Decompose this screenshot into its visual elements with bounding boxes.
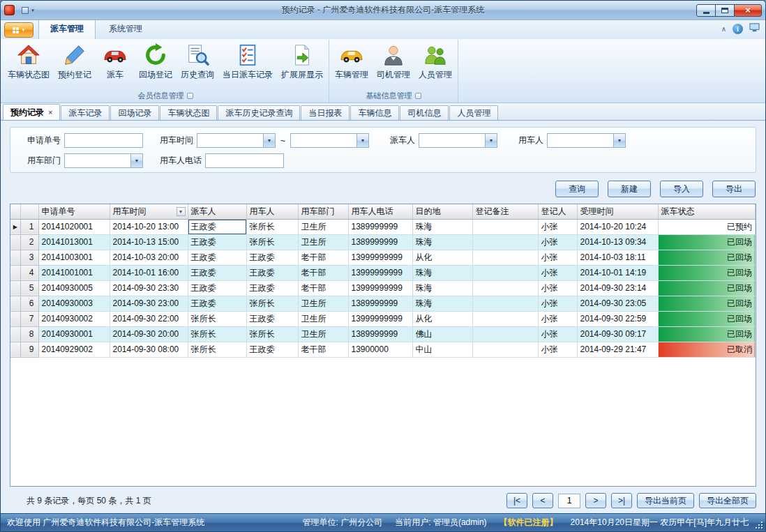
cell-dispatch-status[interactable]: 已回场: [658, 265, 756, 280]
cell-accept-time[interactable]: 2014-09-30 09:17: [577, 326, 658, 342]
cell-dept[interactable]: 老干部: [298, 280, 348, 296]
cell-dispatcher[interactable]: 王政委: [188, 250, 246, 265]
cell-remark[interactable]: [472, 219, 538, 234]
return-register-button[interactable]: 回场登记: [135, 41, 177, 91]
new-button[interactable]: 新建: [608, 181, 651, 197]
cell-use-time[interactable]: 2014-10-03 20:00: [110, 250, 188, 265]
header-car-user[interactable]: 用车人: [246, 204, 298, 219]
cell-accept-time[interactable]: 2014-10-20 10:24: [577, 219, 658, 234]
cell-apply-no[interactable]: 20141001001: [38, 265, 110, 280]
cell-dept[interactable]: 卫生所: [298, 219, 348, 234]
today-dispatch-record-button[interactable]: 当日派车记录: [218, 41, 277, 91]
cell-dept[interactable]: 老干部: [298, 342, 348, 357]
doc-tab-dispatch-records[interactable]: 派车记录: [61, 105, 110, 120]
cell-destination[interactable]: 珠海: [412, 296, 472, 311]
cell-apply-no[interactable]: 20140930001: [38, 326, 110, 342]
row-indicator[interactable]: [10, 250, 20, 265]
cell-phone[interactable]: 13999999999: [348, 311, 412, 326]
cell-destination[interactable]: 佛山: [412, 326, 472, 342]
cell-car-user[interactable]: 张所长: [246, 219, 298, 234]
header-apply-no[interactable]: 申请单号: [38, 204, 110, 219]
cell-dispatch-status[interactable]: 已回场: [658, 296, 756, 311]
ribbon-tab-system-management[interactable]: 系统管理: [98, 20, 153, 39]
cell-accept-time[interactable]: 2014-09-29 21:47: [577, 342, 658, 357]
cell-remark[interactable]: [472, 326, 538, 342]
row-number[interactable]: 8: [20, 326, 38, 342]
table-row[interactable]: 2201410130012014-10-13 15:00王政委张所长卫生所138…: [10, 234, 756, 250]
cell-dept[interactable]: 卫生所: [298, 234, 348, 250]
row-number[interactable]: 5: [20, 280, 38, 296]
cell-car-user[interactable]: 王政委: [246, 280, 298, 296]
doc-tab-personnel-management[interactable]: 人员管理: [449, 105, 498, 120]
cell-dispatcher[interactable]: 王政委: [188, 234, 246, 250]
car-user-combo[interactable]: ▼: [547, 133, 626, 148]
cell-dispatch-status[interactable]: 已取消: [658, 342, 756, 357]
chevron-down-icon[interactable]: ▼: [485, 134, 497, 147]
cell-dept[interactable]: 卫生所: [298, 311, 348, 326]
row-number[interactable]: 9: [20, 342, 38, 357]
dispatcher-combo[interactable]: ▼: [419, 133, 497, 148]
page-number-input[interactable]: [558, 494, 580, 508]
vehicle-status-chart-button[interactable]: 车辆状态图: [3, 41, 54, 91]
header-destination[interactable]: 目的地: [412, 204, 472, 219]
cell-registrar[interactable]: 小张: [538, 250, 577, 265]
help-info-button[interactable]: i: [733, 24, 743, 34]
cell-use-time[interactable]: 2014-09-30 23:00: [110, 296, 188, 311]
cell-use-time[interactable]: 2014-10-13 15:00: [110, 234, 188, 250]
cell-accept-time[interactable]: 2014-09-30 22:59: [577, 311, 658, 326]
phone-input[interactable]: [205, 153, 284, 168]
cell-dispatcher[interactable]: 王政委: [188, 296, 246, 311]
cell-car-user[interactable]: 王政委: [246, 250, 298, 265]
cell-phone[interactable]: 1389999999: [348, 296, 412, 311]
cell-dept[interactable]: 老干部: [298, 250, 348, 265]
export-current-page-button[interactable]: 导出当前页: [637, 493, 694, 508]
dept-combo[interactable]: ▼: [64, 153, 143, 168]
header-phone[interactable]: 用车人电话: [348, 204, 412, 219]
cell-dispatch-status[interactable]: 已回场: [658, 234, 756, 250]
table-row[interactable]: 9201409290022014-09-30 08:00张所长王政委老干部139…: [10, 342, 756, 357]
cell-phone[interactable]: 1389999999: [348, 326, 412, 342]
header-dispatcher[interactable]: 派车人: [188, 204, 246, 219]
row-number[interactable]: 4: [20, 265, 38, 280]
table-row[interactable]: 4201410010012014-10-01 16:00王政委王政委老干部139…: [10, 265, 756, 280]
header-dept[interactable]: 用车部门: [298, 204, 348, 219]
application-menu-button[interactable]: ▼: [4, 22, 33, 38]
cell-dept[interactable]: 卫生所: [298, 296, 348, 311]
cell-apply-no[interactable]: 20140930003: [38, 296, 110, 311]
cell-phone[interactable]: 13999999999: [348, 280, 412, 296]
dialog-launcher-icon[interactable]: [415, 93, 421, 99]
cell-apply-no[interactable]: 20141013001: [38, 234, 110, 250]
driver-management-button[interactable]: 司机管理: [373, 41, 414, 91]
cell-car-user[interactable]: 王政委: [246, 311, 298, 326]
cell-apply-no[interactable]: 20140929002: [38, 342, 110, 357]
cell-use-time[interactable]: 2014-10-20 13:00: [110, 219, 188, 234]
header-dispatch-status[interactable]: 派车状态: [658, 204, 756, 219]
first-page-button[interactable]: |<: [506, 493, 527, 508]
cell-accept-time[interactable]: 2014-09-30 23:14: [577, 280, 658, 296]
ribbon-collapse-button[interactable]: ∧: [721, 26, 726, 33]
cell-dispatcher[interactable]: 王政委: [188, 265, 246, 280]
row-number[interactable]: 1: [20, 219, 38, 234]
chevron-down-icon[interactable]: ▼: [613, 134, 625, 147]
doc-tab-return-records[interactable]: 回场记录: [110, 105, 159, 120]
cell-dispatcher[interactable]: 王政委: [188, 219, 246, 234]
cell-accept-time[interactable]: 2014-10-13 09:34: [577, 234, 658, 250]
reservation-register-button[interactable]: 预约登记: [54, 41, 96, 91]
cell-car-user[interactable]: 王政委: [246, 265, 298, 280]
cell-car-user[interactable]: 张所长: [246, 234, 298, 250]
table-row[interactable]: 3201410030012014-10-03 20:00王政委王政委老干部139…: [10, 250, 756, 265]
column-filter-icon[interactable]: ▼: [177, 207, 186, 216]
table-row[interactable]: 8201409300012014-09-30 20:00张所长张所长卫生所138…: [10, 326, 756, 342]
chevron-down-icon[interactable]: ▼: [263, 134, 275, 147]
cell-accept-time[interactable]: 2014-09-30 23:05: [577, 296, 658, 311]
skin-select-button[interactable]: [749, 22, 760, 36]
cell-dept[interactable]: 老干部: [298, 265, 348, 280]
cell-dept[interactable]: 卫生所: [298, 326, 348, 342]
row-number[interactable]: 7: [20, 311, 38, 326]
cell-destination[interactable]: 珠海: [412, 265, 472, 280]
doc-tab-reservation-records[interactable]: 预约记录 ×: [3, 104, 60, 120]
ribbon-tab-dispatch-management[interactable]: 派车管理: [38, 19, 96, 40]
row-indicator[interactable]: [10, 265, 20, 280]
title-bar[interactable]: ▼ 预约记录 - 广州爱奇迪软件科技有限公司-派车管理系统 ×: [1, 1, 765, 20]
maximize-button[interactable]: [715, 4, 735, 17]
